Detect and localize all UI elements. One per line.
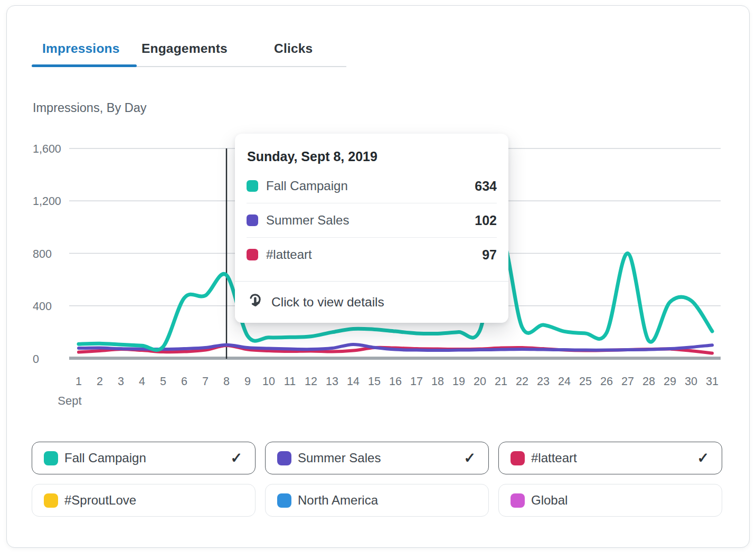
x-tick-label: 31 <box>706 375 719 388</box>
chart-tooltip: Sunday, Sept 8, 2019 Fall Campaign634Sum… <box>235 134 508 323</box>
tooltip-series-label: Summer Sales <box>266 213 475 228</box>
legend-item-global[interactable]: Global <box>498 484 722 517</box>
x-axis-baseline <box>69 357 721 360</box>
x-tick-label: 15 <box>368 375 381 388</box>
legend-item-north-america[interactable]: North America <box>265 484 489 517</box>
legend-color-swatch <box>511 451 525 465</box>
x-tick-label: 2 <box>97 375 103 388</box>
x-tick-label: 6 <box>181 375 187 388</box>
x-tick-label: 8 <box>223 375 230 388</box>
x-tick-label: 4 <box>139 375 145 388</box>
legend-item-sproutlove[interactable]: #SproutLove <box>32 484 256 517</box>
x-tick-label: 20 <box>474 375 486 388</box>
x-tick-label: 14 <box>347 375 360 388</box>
legend-item-label: #latteart <box>531 451 697 465</box>
legend-item-latteart[interactable]: #latteart✓ <box>498 442 722 474</box>
legend-item-label: Summer Sales <box>298 451 464 465</box>
series-legend: Fall Campaign✓Summer Sales✓#latteart✓#Sp… <box>32 442 722 517</box>
series-color-swatch <box>247 180 258 192</box>
x-axis-month-label: Sept <box>58 394 81 407</box>
x-tick-label: 22 <box>516 375 528 388</box>
legend-item-label: Fall Campaign <box>64 451 230 465</box>
legend-color-swatch <box>44 493 58 508</box>
x-tick-label: 25 <box>579 375 592 388</box>
series-color-swatch <box>247 249 258 260</box>
series-color-swatch <box>247 214 258 226</box>
y-tick-label: 400 <box>33 300 52 313</box>
x-tick-label: 23 <box>537 375 550 388</box>
tooltip-series-value: 102 <box>475 213 497 228</box>
x-tick-label: 21 <box>495 375 507 388</box>
tooltip-series-value: 634 <box>475 179 497 194</box>
check-icon: ✓ <box>697 451 709 465</box>
tooltip-row: Fall Campaign634 <box>247 169 497 203</box>
y-tick-label: 800 <box>33 248 52 260</box>
tooltip-footer-label: Click to view details <box>271 295 384 310</box>
x-tick-label: 30 <box>685 375 697 388</box>
tooltip-row: #latteart97 <box>247 237 497 272</box>
legend-item-label: North America <box>298 493 476 508</box>
analytics-report: Impressions Engagements Clicks Impressio… <box>0 0 756 560</box>
legend-color-swatch <box>277 493 291 508</box>
legend-color-swatch <box>277 451 291 465</box>
x-tick-label: 11 <box>284 375 296 388</box>
x-tick-label: 9 <box>244 375 251 388</box>
tooltip-rows: Fall Campaign634Summer Sales102#latteart… <box>247 169 497 272</box>
check-icon: ✓ <box>230 451 242 465</box>
y-tick-label: 0 <box>33 353 39 366</box>
y-tick-label: 1,200 <box>33 195 61 208</box>
x-tick-label: 19 <box>452 375 465 388</box>
x-tick-label: 18 <box>431 375 444 388</box>
tooltip-series-label: Fall Campaign <box>266 179 475 193</box>
legend-item-fall-campaign[interactable]: Fall Campaign✓ <box>32 442 256 474</box>
legend-item-label: Global <box>531 493 709 508</box>
x-tick-label: 7 <box>202 375 209 388</box>
x-tick-label: 28 <box>642 375 655 388</box>
tooltip-series-value: 97 <box>482 247 497 263</box>
tap-icon <box>248 293 263 311</box>
x-tick-label: 17 <box>410 375 423 388</box>
x-tick-label: 10 <box>262 375 275 388</box>
x-tick-label: 24 <box>558 375 571 388</box>
x-tick-label: 3 <box>118 375 124 388</box>
y-tick-label: 1,600 <box>33 143 61 155</box>
check-icon: ✓ <box>464 451 476 465</box>
tooltip-footer: Click to view details <box>235 281 508 323</box>
x-tick-label: 26 <box>600 375 613 388</box>
legend-item-summer-sales[interactable]: Summer Sales✓ <box>265 442 489 474</box>
x-tick-label: 16 <box>389 375 402 388</box>
legend-item-label: #SproutLove <box>64 493 242 508</box>
x-tick-label: 1 <box>75 375 82 388</box>
x-tick-label: 29 <box>664 375 676 388</box>
x-tick-label: 5 <box>160 375 166 388</box>
x-tick-label: 27 <box>621 375 634 388</box>
legend-color-swatch <box>44 451 58 465</box>
tooltip-series-label: #latteart <box>266 247 482 262</box>
x-tick-label: 13 <box>326 375 338 388</box>
tooltip-row: Summer Sales102 <box>247 203 497 237</box>
x-tick-label: 12 <box>305 375 317 388</box>
legend-color-swatch <box>511 493 525 508</box>
tooltip-date-title: Sunday, Sept 8, 2019 <box>247 149 496 164</box>
